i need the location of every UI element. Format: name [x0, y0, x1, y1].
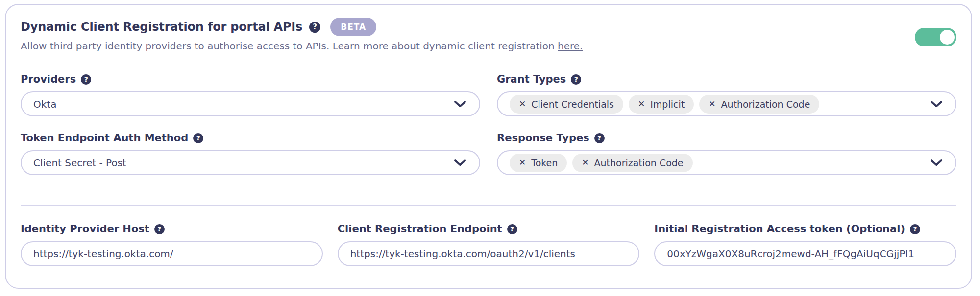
grant-types-label: Grant Types ?	[497, 73, 956, 85]
token-endpoint-auth-method-label: Token Endpoint Auth Method ?	[21, 132, 480, 144]
help-icon[interactable]: ?	[154, 224, 165, 234]
providers-label: Providers ?	[21, 73, 480, 85]
remove-icon[interactable]: ✕	[638, 100, 645, 108]
toggle-knob	[940, 30, 955, 45]
grant-types-chips: ✕ Client Credentials ✕ Implicit ✕ Author…	[510, 95, 930, 114]
token-endpoint-auth-method-field: Token Endpoint Auth Method ? Client Secr…	[21, 132, 480, 175]
grant-types-field: Grant Types ? ✕ Client Credentials ✕ Imp…	[497, 73, 956, 116]
response-types-field: Response Types ? ✕ Token ✕ Authorization…	[497, 132, 956, 175]
token-endpoint-auth-method-selected-value: Client Secret - Post	[33, 157, 454, 169]
form-grid: Providers ? Okta Grant Types ? ✕ Clie	[21, 73, 956, 175]
identity-provider-host-field: Identity Provider Host ?	[21, 223, 323, 266]
chip-client-credentials: ✕ Client Credentials	[510, 95, 623, 114]
chip-label: Client Credentials	[531, 99, 614, 110]
remove-icon[interactable]: ✕	[519, 100, 526, 108]
chip-label: Authorization Code	[594, 158, 684, 168]
description: Allow third party identity providers to …	[21, 40, 956, 52]
initial-registration-access-token-label-text: Initial Registration Access token (Optio…	[654, 223, 905, 235]
section-divider	[21, 205, 956, 206]
help-icon[interactable]: ?	[594, 133, 605, 143]
chip-token: ✕ Token	[510, 154, 567, 172]
chevron-down-icon	[454, 100, 466, 108]
client-registration-endpoint-label-text: Client Registration Endpoint	[338, 223, 502, 235]
chip-authorization-code: ✕ Authorization Code	[572, 154, 692, 172]
chevron-down-icon	[930, 159, 943, 166]
chip-implicit: ✕ Implicit	[629, 95, 694, 114]
identity-provider-host-input[interactable]	[21, 241, 323, 266]
dcr-settings-card: Dynamic Client Registration for portal A…	[5, 4, 972, 289]
providers-selected-value: Okta	[33, 98, 454, 110]
initial-registration-access-token-label: Initial Registration Access token (Optio…	[654, 223, 956, 235]
identity-provider-host-label-text: Identity Provider Host	[21, 223, 149, 235]
beta-badge: BETA	[330, 18, 376, 36]
token-endpoint-auth-method-label-text: Token Endpoint Auth Method	[21, 132, 188, 144]
providers-field: Providers ? Okta	[21, 73, 480, 116]
help-icon[interactable]: ?	[193, 133, 203, 143]
page-title: Dynamic Client Registration for portal A…	[21, 20, 302, 34]
chip-label: Authorization Code	[721, 99, 810, 110]
dcr-enabled-toggle[interactable]	[915, 28, 956, 46]
help-icon[interactable]: ?	[910, 224, 920, 234]
endpoints-grid: Identity Provider Host ? Client Registra…	[21, 223, 956, 266]
help-icon[interactable]: ?	[81, 74, 91, 85]
response-types-label: Response Types ?	[497, 132, 956, 144]
help-icon[interactable]: ?	[571, 74, 581, 85]
initial-registration-access-token-field: Initial Registration Access token (Optio…	[654, 223, 956, 266]
chip-label: Implicit	[650, 99, 685, 110]
chip-authorization-code: ✕ Authorization Code	[699, 95, 819, 114]
providers-select[interactable]: Okta	[21, 91, 480, 116]
learn-more-link[interactable]: here.	[558, 40, 583, 52]
remove-icon[interactable]: ✕	[582, 159, 588, 167]
response-types-label-text: Response Types	[497, 132, 589, 144]
grant-types-label-text: Grant Types	[497, 73, 566, 85]
help-icon[interactable]: ?	[309, 22, 320, 33]
remove-icon[interactable]: ✕	[709, 100, 715, 108]
initial-registration-access-token-input[interactable]	[654, 241, 956, 266]
chevron-down-icon	[930, 100, 943, 108]
chevron-down-icon	[454, 159, 466, 166]
chip-label: Token	[531, 158, 558, 168]
help-icon[interactable]: ?	[507, 224, 517, 234]
providers-label-text: Providers	[21, 73, 76, 85]
token-endpoint-auth-method-select[interactable]: Client Secret - Post	[21, 150, 480, 175]
client-registration-endpoint-label: Client Registration Endpoint ?	[338, 223, 640, 235]
description-text: Allow third party identity providers to …	[21, 40, 558, 52]
grant-types-multiselect[interactable]: ✕ Client Credentials ✕ Implicit ✕ Author…	[497, 91, 956, 116]
client-registration-endpoint-field: Client Registration Endpoint ?	[338, 223, 640, 266]
response-types-multiselect[interactable]: ✕ Token ✕ Authorization Code	[497, 150, 956, 175]
client-registration-endpoint-input[interactable]	[338, 241, 640, 266]
identity-provider-host-label: Identity Provider Host ?	[21, 223, 323, 235]
header: Dynamic Client Registration for portal A…	[21, 18, 956, 36]
response-types-chips: ✕ Token ✕ Authorization Code	[510, 154, 930, 172]
remove-icon[interactable]: ✕	[519, 159, 526, 167]
